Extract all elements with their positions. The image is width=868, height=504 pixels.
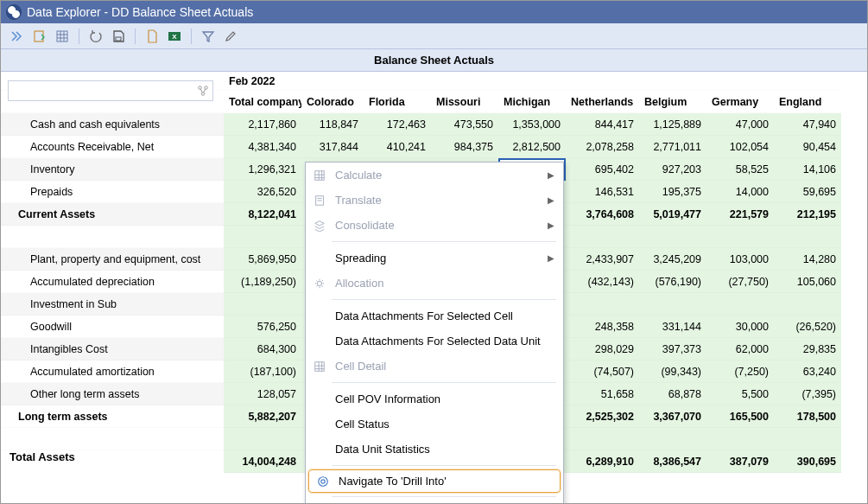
grid-icon[interactable] [53, 27, 72, 46]
data-cell[interactable]: 14,004,248 [224, 450, 301, 473]
data-cell[interactable]: (26,520) [774, 316, 841, 338]
data-cell[interactable]: 2,812,500 [498, 136, 566, 158]
data-cell[interactable]: 128,057 [224, 383, 301, 405]
row-label[interactable]: Intangibles Cost [1, 338, 224, 360]
data-cell[interactable]: 8,122,041 [224, 203, 301, 226]
data-cell[interactable]: 3,367,070 [639, 405, 706, 428]
data-cell[interactable]: 390,695 [774, 450, 841, 473]
data-cell[interactable]: 105,060 [774, 271, 841, 293]
data-cell[interactable]: 212,195 [774, 203, 841, 226]
column-header[interactable]: Germany [706, 91, 774, 113]
refresh-data-icon[interactable] [30, 27, 49, 46]
data-cell[interactable]: 684,300 [224, 338, 301, 360]
data-cell[interactable]: (74,507) [566, 360, 639, 383]
data-cell[interactable]: 2,117,860 [224, 113, 301, 136]
data-cell[interactable]: (7,395) [774, 383, 841, 405]
row-label[interactable]: Prepaids [1, 181, 224, 203]
data-cell[interactable]: 102,054 [706, 136, 774, 158]
hierarchy-icon[interactable] [197, 85, 209, 97]
data-cell[interactable]: 397,373 [639, 338, 706, 360]
data-cell[interactable]: 14,106 [774, 158, 841, 181]
data-cell[interactable]: 248,358 [566, 316, 639, 338]
data-cell[interactable]: 103,000 [706, 248, 774, 271]
data-cell[interactable]: 473,550 [431, 113, 498, 136]
data-cell[interactable]: (7,250) [706, 360, 774, 383]
menu-item[interactable]: Drill Down [306, 501, 563, 504]
menu-item[interactable]: Spreading▶ [306, 246, 563, 271]
data-cell[interactable]: 2,771,011 [639, 136, 706, 158]
data-cell[interactable]: 29,835 [774, 338, 841, 360]
menu-item[interactable]: Data Attachments For Selected Data Unit [306, 329, 563, 354]
data-cell[interactable]: 63,240 [774, 360, 841, 383]
row-label[interactable]: Other long term assets [1, 383, 224, 405]
data-cell[interactable] [706, 293, 774, 316]
menu-item[interactable]: Data Unit Statistics [306, 437, 563, 462]
column-header[interactable]: Colorado [301, 91, 364, 113]
data-cell[interactable]: 326,520 [224, 181, 301, 203]
filter-icon[interactable] [199, 27, 218, 46]
data-cell[interactable]: 221,579 [706, 203, 774, 226]
row-label[interactable]: Plant, property and equipment, cost [1, 248, 224, 271]
data-cell[interactable]: (187,100) [224, 360, 301, 383]
data-cell[interactable]: 2,078,258 [566, 136, 639, 158]
column-header[interactable]: Michigan [498, 91, 566, 113]
row-label[interactable]: Total Assets [1, 450, 224, 473]
data-cell[interactable]: 47,940 [774, 113, 841, 136]
column-header[interactable]: England [774, 91, 841, 113]
data-cell[interactable]: 4,381,340 [224, 136, 301, 158]
row-label[interactable]: Cash and cash equivalents [1, 113, 224, 136]
row-label[interactable]: Long term assets [1, 405, 224, 428]
menu-item[interactable]: Data Attachments For Selected Cell [306, 303, 563, 329]
data-cell[interactable]: 331,144 [639, 316, 706, 338]
data-cell[interactable]: 1,125,889 [639, 113, 706, 136]
data-cell[interactable]: 298,029 [566, 338, 639, 360]
data-cell[interactable]: (432,143) [566, 271, 639, 293]
data-cell[interactable]: 3,764,608 [566, 203, 639, 226]
data-cell[interactable]: 47,000 [706, 113, 774, 136]
menu-item[interactable]: Cell POV Information [306, 386, 563, 411]
data-cell[interactable]: 90,454 [774, 136, 841, 158]
data-cell[interactable]: 695,402 [566, 158, 639, 181]
data-cell[interactable]: 178,500 [774, 405, 841, 428]
document-icon[interactable] [143, 27, 162, 46]
data-cell[interactable]: 30,000 [706, 316, 774, 338]
data-cell[interactable]: 68,878 [639, 383, 706, 405]
row-label[interactable]: Accumulated depreciation [1, 271, 224, 293]
menu-item[interactable]: Cell Status [306, 411, 563, 437]
run-icon[interactable] [8, 27, 27, 46]
data-cell[interactable]: (1,189,250) [224, 271, 301, 293]
data-cell[interactable] [774, 293, 841, 316]
data-cell[interactable]: 14,280 [774, 248, 841, 271]
data-cell[interactable]: 195,375 [639, 181, 706, 203]
data-cell[interactable]: (99,343) [639, 360, 706, 383]
row-label[interactable]: Current Assets [1, 203, 224, 226]
data-cell[interactable] [224, 293, 301, 316]
save-icon[interactable] [109, 27, 128, 46]
row-label[interactable]: Goodwill [1, 316, 224, 338]
data-cell[interactable]: 317,844 [301, 136, 364, 158]
data-cell[interactable]: (576,190) [639, 271, 706, 293]
data-cell[interactable]: 2,525,302 [566, 405, 639, 428]
data-cell[interactable]: 3,245,209 [639, 248, 706, 271]
data-cell[interactable]: 1,296,321 [224, 158, 301, 181]
data-cell[interactable]: 51,658 [566, 383, 639, 405]
data-cell[interactable] [566, 293, 639, 316]
data-cell[interactable]: 5,869,950 [224, 248, 301, 271]
data-cell[interactable]: 5,500 [706, 383, 774, 405]
data-cell[interactable]: 146,531 [566, 181, 639, 203]
row-label[interactable]: Accounts Receivable, Net [1, 136, 224, 158]
data-cell[interactable]: 118,847 [301, 113, 364, 136]
data-cell[interactable]: 576,250 [224, 316, 301, 338]
data-cell[interactable]: 6,289,910 [566, 450, 639, 473]
data-cell[interactable]: 172,463 [364, 113, 431, 136]
data-cell[interactable]: 14,000 [706, 181, 774, 203]
data-cell[interactable]: 62,000 [706, 338, 774, 360]
column-header[interactable]: Florida [364, 91, 431, 113]
data-cell[interactable]: 5,882,207 [224, 405, 301, 428]
data-cell[interactable]: 844,417 [566, 113, 639, 136]
data-cell[interactable]: 165,500 [706, 405, 774, 428]
data-cell[interactable]: 2,433,907 [566, 248, 639, 271]
column-header[interactable]: Netherlands [566, 91, 639, 113]
column-header[interactable]: Belgium [639, 91, 706, 113]
column-header[interactable]: Total company [224, 91, 301, 113]
